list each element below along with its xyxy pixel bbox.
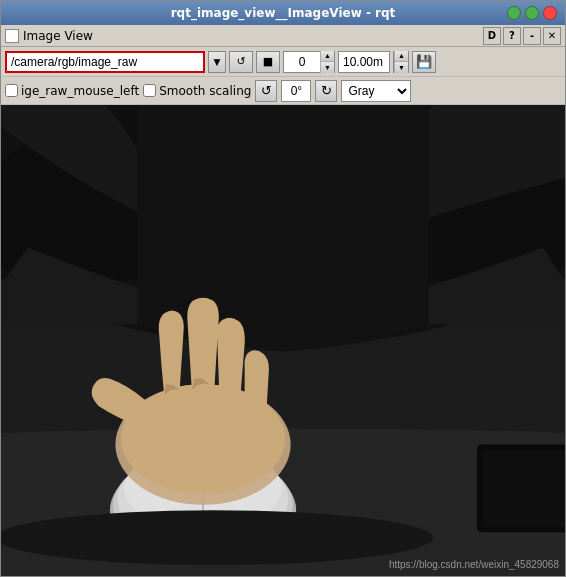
smooth-checkbox-label[interactable]: Smooth scaling [143,84,251,98]
spin-down-button[interactable]: ▼ [320,62,334,73]
svg-point-15 [1,510,433,565]
mouse-checkbox-label[interactable]: ige_raw_mouse_left [5,84,139,98]
time-spin-arrows: ▲ ▼ [394,51,408,73]
toolbar-row-2: ige_raw_mouse_left Smooth scaling ↺ 0° ↻… [1,77,565,105]
refresh-button[interactable]: ↺ [229,51,253,73]
spin-box: 0 ▲ ▼ [283,51,335,73]
menu-label[interactable]: Image View [23,29,93,43]
time-spin-up[interactable]: ▲ [394,51,408,62]
minimize-button[interactable] [507,6,521,20]
help-button[interactable]: ? [503,27,521,45]
watermark: https://blog.csdn.net/weixin_45829068 [389,559,559,570]
spin-up-button[interactable]: ▲ [320,51,334,62]
spin-arrows: ▲ ▼ [320,51,334,73]
smooth-checkbox[interactable] [143,84,156,97]
svg-rect-14 [482,450,565,527]
app-icon [5,29,19,43]
menu-bar: Image View D ? - ✕ [1,25,565,47]
time-input[interactable]: 10.00m [338,51,390,73]
title-bar: rqt_image_view__ImageView - rqt [1,1,565,25]
rotate-ccw-button[interactable]: ↺ [255,80,277,102]
spin-input[interactable]: 0 [284,52,320,72]
degree-input[interactable]: 0° [281,80,311,102]
mouse-checkbox[interactable] [5,84,18,97]
window-minus-button[interactable]: - [523,27,541,45]
image-area: https://blog.csdn.net/weixin_45829068 [1,105,565,576]
close-button[interactable] [543,6,557,20]
mouse-label: ige_raw_mouse_left [21,84,139,98]
topic-input[interactable] [5,51,205,73]
stop-button[interactable]: ■ [256,51,280,73]
time-spin-down[interactable]: ▼ [394,62,408,73]
save-button[interactable]: 💾 [412,51,436,73]
toolbar-row-1: ▼ ↺ ■ 0 ▲ ▼ 10.00m ▲ ▼ 💾 [1,47,565,77]
smooth-label: Smooth scaling [159,84,251,98]
d-button[interactable]: D [483,27,501,45]
topic-dropdown[interactable]: ▼ [208,51,226,73]
window-close-menu-button[interactable]: ✕ [543,27,561,45]
rotate-cw-button[interactable]: ↻ [315,80,337,102]
maximize-button[interactable] [525,6,539,20]
main-window: rqt_image_view__ImageView - rqt Image Vi… [0,0,566,577]
window-title: rqt_image_view__ImageView - rqt [59,6,507,20]
color-select[interactable]: Gray RGB BGR [341,80,411,102]
time-spinbox: ▲ ▼ [393,51,409,73]
window-controls [507,6,557,20]
menu-buttons: D ? - ✕ [483,27,561,45]
camera-image [1,105,565,576]
